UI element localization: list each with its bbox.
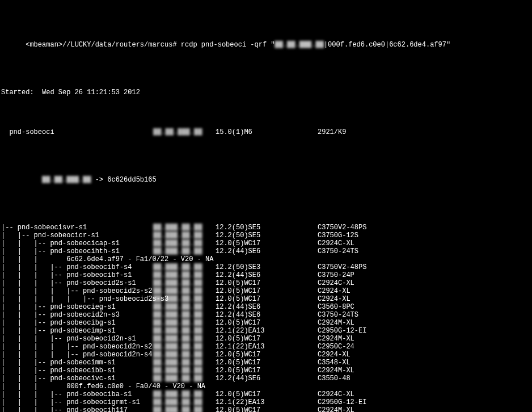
- tree-version: 12.0(5)WC17: [216, 406, 318, 412]
- tree-version: 12.2(44)SE6: [216, 303, 318, 311]
- tree-model: C2924-XL: [318, 351, 408, 359]
- root-hostname: pnd-sobeoci: [1, 128, 153, 136]
- root-version: 15.0(1)M6: [216, 128, 318, 136]
- tree-version: 12.0(5)WC17: [216, 239, 318, 247]
- tree-ip-redacted: ██.███.██.██: [153, 247, 216, 255]
- tree-hostname: | | |-- pnd-sobeocibb-s1: [1, 367, 153, 375]
- tree-version: 12.2(44)SE6: [216, 375, 318, 382]
- pad: [26, 176, 42, 184]
- tree-model: C3750G-12S: [318, 232, 408, 239]
- root-mac-ip-redacted: ██.██.███.██: [42, 176, 91, 184]
- tree-version: 12.0(5)WC17: [216, 295, 318, 303]
- tree-ip-redacted: ██.███.██.██: [153, 398, 216, 406]
- tree-row: | | | |-- pnd-sobeocigrmt-s1██.███.██.██…: [1, 398, 408, 406]
- tree-ip-redacted: ██.███.██.██: [153, 343, 216, 351]
- tree-ip-redacted: ██.███.██.██: [153, 406, 216, 412]
- tree-model: C2924M-XL: [318, 319, 408, 327]
- tree-hostname: | | | |-- pnd-sobeocibf-s1: [1, 271, 153, 279]
- tree-plain-text: | | | 6c62.6de4.af97 - Fa1/0/22 - V20 - …: [1, 255, 408, 263]
- tree-version: 12.2(44)SE6: [216, 247, 318, 255]
- tree-ip-redacted: ██.███.██.██: [153, 367, 216, 375]
- tree-ip-redacted: ██.███.██.██: [153, 271, 216, 279]
- tree-ip-redacted: ██.███.██.██: [153, 311, 216, 319]
- tree-ip-redacted: ██.███.██.██: [153, 319, 216, 327]
- tree-version: 12.0(5)WC17: [216, 279, 318, 287]
- tree-version: 12.0(5)WC17: [216, 335, 318, 343]
- tree-row: | | |-- pnd-sobeocimp-s1██.███.██.██12.1…: [1, 327, 408, 335]
- tree-hostname: | | | |-- pnd-sobeociba-s1: [1, 390, 153, 398]
- tree-version: 12.2(44)SE6: [216, 311, 318, 319]
- tree-model: C2924C-XL: [318, 279, 408, 287]
- tree-row: | | |-- pnd-sobeocibb-s1██.███.██.██12.0…: [1, 367, 408, 375]
- tree-row: | | |-- pnd-sobeocid2n-s3██.███.██.██12.…: [1, 311, 408, 319]
- tree-row: | | | | |-- pnd-sobeocid2n-s4██.███.██.█…: [1, 351, 408, 359]
- tree-row: | | | |-- pnd-sobeocih117██.███.██.██12.…: [1, 406, 408, 412]
- tree-hostname: | | |-- pnd-sobeocieg-s1: [1, 303, 153, 311]
- tree-ip-redacted: ██.███.██.██: [153, 375, 216, 382]
- tree-hostname: | | | | |-- pnd-sobeocid2n-s4: [1, 351, 153, 359]
- tree-row: | | |-- pnd-sobeocieg-s1██.███.██.██12.2…: [1, 303, 408, 311]
- tree-row: | | | |-- pnd-sobeocibf-s4██.███.██.██12…: [1, 263, 408, 271]
- tree-row: | | |-- pnd-sobeocivc-s1██.███.██.██12.2…: [1, 375, 408, 382]
- prompt-filter-tail: |000f.fed6.c0e0|6c62.6de4.af97": [324, 41, 450, 49]
- device-tree: |-- pnd-sobeocisvr-s1██.███.██.██12.2(50…: [1, 224, 408, 412]
- tree-plain-text: | | | 000f.fed6.c0e0 - Fa0/40 - V20 - NA: [1, 382, 408, 390]
- terminal-output: <mbeaman>//LUCKY/data/routers/marcus# rc…: [0, 0, 532, 412]
- tree-row: | | | 000f.fed6.c0e0 - Fa0/40 - V20 - NA: [1, 382, 408, 390]
- tree-row: | | | | | |-- pnd-sobeocid2s-s3██.███.██…: [1, 295, 408, 303]
- tree-version: 12.0(5)WC17: [216, 390, 318, 398]
- tree-row: | | | |-- pnd-sobeocid2n-s1██.███.██.██1…: [1, 335, 408, 343]
- tree-model: C2950G-12-EI: [318, 327, 408, 335]
- tree-hostname: | | |-- pnd-sobeocivc-s1: [1, 375, 153, 382]
- tree-version: 12.0(5)WC17: [216, 351, 318, 359]
- tree-ip-redacted: ██.███.██.██: [153, 390, 216, 398]
- tree-model: C3560-8PC: [318, 303, 408, 311]
- tree-model: C2924M-XL: [318, 335, 408, 343]
- tree-hostname: | | |-- pnd-sobeocibg-s1: [1, 319, 153, 327]
- tree-hostname: | | | |-- pnd-sobeocibf-s4: [1, 263, 153, 271]
- tree-hostname: | | | |-- pnd-sobeocid2n-s1: [1, 335, 153, 343]
- tree-row: | | | | |-- pnd-sobeocid2s-s2██.███.██.█…: [1, 287, 408, 295]
- tree-ip-redacted: ██.███.██.██: [153, 263, 216, 271]
- tree-model: C3750-24P: [318, 271, 408, 279]
- tree-ip-redacted: ██.███.██.██: [153, 239, 216, 247]
- tree-ip-redacted: ██.███.██.██: [153, 359, 216, 367]
- tree-row: | | | |-- pnd-sobeocibf-s1██.███.██.██12…: [1, 271, 408, 279]
- tree-model: C3750V2-48PS: [318, 224, 408, 232]
- tree-ip-redacted: ██.███.██.██: [153, 232, 216, 239]
- tree-model: C2950G-12-EI: [318, 398, 408, 406]
- tree-ip-redacted: ██.███.██.██: [153, 327, 216, 335]
- tree-model: C2950C-24: [318, 343, 408, 351]
- tree-row: | | |-- pnd-sobeocimm-s1██.███.██.██12.0…: [1, 359, 408, 367]
- tree-ip-redacted: ██.███.██.██: [153, 335, 216, 343]
- tree-version: 12.1(22)EA13: [216, 398, 318, 406]
- prompt-ip-redacted: ██.██.███.██: [275, 41, 324, 49]
- tree-hostname: | | |-- pnd-sobeocihth-s1: [1, 247, 153, 255]
- tree-row: | | | |-- pnd-sobeociba-s1██.███.██.██12…: [1, 390, 408, 398]
- tree-hostname: | | | | |-- pnd-sobeocid2s-s2: [1, 287, 153, 295]
- root-mac-tail: -> 6c626dd5b165: [91, 176, 156, 184]
- tree-model: C3750-24TS: [318, 311, 408, 319]
- tree-version: 12.0(5)WC17: [216, 367, 318, 375]
- tree-version: 12.1(22)EA13: [216, 327, 318, 335]
- prompt-line: <mbeaman>//LUCKY/data/routers/marcus# rc…: [1, 33, 408, 57]
- tree-ip-redacted: ██.███.██.██: [153, 351, 216, 359]
- shell-prompt: <mbeaman>//LUCKY/data/routers/marcus# rc…: [26, 41, 275, 49]
- tree-model: C3750-24TS: [318, 247, 408, 255]
- tree-version: 12.2(44)SE6: [216, 271, 318, 279]
- tree-model: C2924C-XL: [318, 390, 408, 398]
- tree-hostname: |-- pnd-sobeocisvr-s1: [1, 224, 153, 232]
- root-mac-line: ██.██.███.██ -> 6c626dd5b165: [1, 168, 408, 192]
- tree-version: 12.0(5)WC17: [216, 287, 318, 295]
- tree-row: | | | | |-- pnd-sobeocid2n-s2██.███.██.█…: [1, 343, 408, 351]
- tree-hostname: | | |-- pnd-sobeocicap-s1: [1, 239, 153, 247]
- tree-hostname: | | | |-- pnd-sobeocid2s-s1: [1, 279, 153, 287]
- root-node: pnd-sobeoci ██.██.███.██ 15.0(1)M6 2921/…: [1, 128, 408, 136]
- tree-version: 12.1(22)EA13: [216, 343, 318, 351]
- tree-hostname: | | | | |-- pnd-sobeocid2n-s2: [1, 343, 153, 351]
- started-text: Started: Wed Sep 26 11:21:53 2012: [1, 89, 408, 96]
- tree-row: | | |-- pnd-sobeocihth-s1██.███.██.██12.…: [1, 247, 408, 255]
- tree-model: C3548-XL: [318, 359, 408, 367]
- tree-hostname: | | | |-- pnd-sobeocih117: [1, 406, 153, 412]
- tree-ip-redacted: ██.███.██.██: [153, 224, 216, 232]
